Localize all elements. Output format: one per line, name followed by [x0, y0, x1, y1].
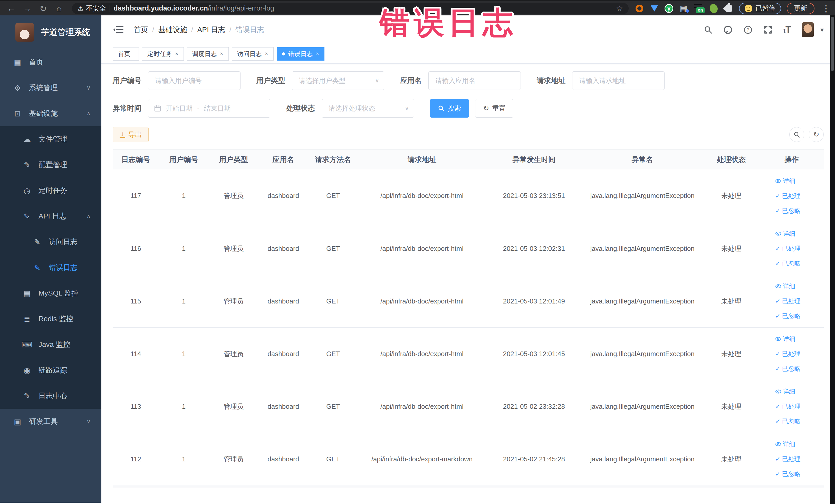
mark-ignored-link[interactable]: ✓ 已忽略 [775, 312, 800, 320]
sidebar-menu-item[interactable]: ◉ 链路追踪 [0, 357, 101, 383]
error-log-table: 日志编号 用户编号 用户类型 应用名 请求方法名 请求地址 异常发生时间 异常 [113, 149, 824, 488]
breadcrumb-item[interactable]: API 日志 [197, 25, 236, 35]
mark-processed-link[interactable]: ✓ 已处理 [775, 402, 800, 410]
browser-back-icon[interactable]: ← [5, 3, 18, 13]
reset-button[interactable]: ↻ 重置 [475, 99, 513, 118]
mark-ignored-link[interactable]: ✓ 已忽略 [775, 207, 800, 215]
scrollbar-thumb[interactable] [831, 17, 834, 71]
view-tab[interactable]: 调度日志 × [187, 47, 229, 61]
tab-close-icon[interactable]: × [220, 51, 223, 57]
menu-item-label: 研发工具 [29, 417, 58, 426]
sidebar-menu-item[interactable]: ✎ 错误日志 [0, 255, 101, 280]
tab-close-icon[interactable]: × [265, 51, 268, 57]
extension-y-icon[interactable]: y [665, 4, 673, 13]
cell-status: 未处理 [703, 455, 760, 464]
view-tab[interactable]: 定时任务 × [142, 47, 184, 61]
detail-link[interactable]: 详细 [775, 282, 795, 290]
browser-forward-icon[interactable]: → [21, 3, 34, 13]
app-logo [15, 23, 34, 42]
sidebar-menu-item[interactable]: ⌨ Java 监控 [0, 332, 101, 357]
cell-app-name: dashboard [259, 192, 308, 200]
cell-request-url: /api/infra/db-doc/export-html [358, 350, 486, 358]
tab-close-icon[interactable]: × [175, 51, 178, 57]
fullscreen-icon[interactable] [763, 25, 773, 35]
table-toolbar: ↓ 导出 ↻ [113, 127, 824, 142]
extensions-puzzle-icon[interactable] [724, 4, 733, 13]
toggle-search-button[interactable] [789, 127, 804, 142]
date-range-picker[interactable]: 开始日期 - 结束日期 [148, 99, 270, 118]
mark-ignored-link[interactable]: ✓ 已忽略 [775, 365, 800, 373]
detail-link[interactable]: 详细 [775, 440, 795, 448]
address-bar[interactable]: ⚠ 不安全 dashboard.yudao.iocoder.cn/infra/l… [72, 3, 629, 14]
github-icon[interactable] [724, 25, 733, 35]
mark-processed-link[interactable]: ✓ 已处理 [775, 244, 800, 253]
menu-item-label: Java 监控 [39, 340, 70, 349]
detail-link[interactable]: 详细 [775, 177, 795, 185]
browser-update-button[interactable]: 更新 [787, 3, 814, 14]
security-chip-label: 不安全 [86, 4, 106, 13]
search-button[interactable]: 搜索 [430, 99, 469, 118]
mark-processed-link[interactable]: ✓ 已处理 [775, 192, 800, 200]
sidebar-menu-item[interactable]: ◷ 定时任务 [0, 178, 101, 203]
mark-processed-link[interactable]: ✓ 已处理 [775, 350, 800, 358]
app-logo-row[interactable]: 芋道管理系统 [0, 15, 101, 49]
check-icon: ✓ [775, 207, 780, 215]
browser-menu-icon[interactable]: ⋮ [822, 3, 830, 14]
breadcrumb-item[interactable]: 错误日志 [236, 25, 264, 35]
text-size-icon[interactable]: tT [783, 24, 791, 35]
avatar-caret-icon[interactable]: ▾ [820, 26, 824, 34]
cell-method: GET [308, 455, 358, 463]
menu-item-icon: ▦ [12, 58, 23, 67]
detail-link[interactable]: 详细 [775, 387, 795, 396]
mark-processed-link[interactable]: ✓ 已处理 [775, 455, 800, 463]
sidebar-menu-item[interactable]: ≣ Redis 监控 [0, 306, 101, 332]
sidebar-menu-item[interactable]: ▦ 首页 [0, 49, 101, 75]
detail-link[interactable]: 详细 [775, 229, 795, 238]
view-tab[interactable]: 访问日志 × [232, 47, 273, 61]
row-actions: 详细 ✓ 已处理 ✓ 已忽略 [775, 177, 808, 215]
view-tab[interactable]: 错误日志 × [277, 47, 325, 61]
mark-ignored-link[interactable]: ✓ 已忽略 [775, 470, 800, 478]
sidebar-fold-icon[interactable] [113, 25, 123, 35]
user-avatar[interactable] [802, 22, 814, 37]
cell-app-name: dashboard [259, 403, 308, 410]
view-tab[interactable]: 首页 [113, 47, 139, 61]
cell-request-url: /api/infra/db-doc/export-html [358, 245, 486, 253]
extension-gem-icon[interactable] [650, 4, 659, 13]
filter-input[interactable] [572, 72, 665, 90]
security-chip[interactable]: ⚠ 不安全 [78, 4, 106, 13]
warning-icon: ⚠ [78, 4, 83, 12]
bookmark-star-icon[interactable]: ☆ [616, 4, 623, 13]
browser-home-icon[interactable]: ⌂ [53, 3, 66, 13]
sidebar-menu-item[interactable]: ✎ 日志中心 [0, 383, 101, 409]
status-select[interactable] [322, 99, 414, 118]
extension-grid-icon[interactable]: ▦◆ [679, 4, 688, 13]
filter-input[interactable] [292, 72, 384, 90]
paused-extension-pill[interactable]: 已暂停 [739, 3, 781, 14]
sidebar-menu-item[interactable]: ☁ 文件管理 [0, 126, 101, 152]
sidebar-menu-item[interactable]: ✎ 配置管理 [0, 152, 101, 178]
breadcrumb-item[interactable]: 基础设施 [158, 25, 197, 35]
detail-link[interactable]: 详细 [775, 335, 795, 343]
mark-ignored-link[interactable]: ✓ 已忽略 [775, 259, 800, 267]
sidebar-menu-item[interactable]: ▤ MySQL 监控 [0, 280, 101, 306]
extension-on-icon[interactable]: on [694, 4, 704, 13]
mark-processed-link[interactable]: ✓ 已处理 [775, 297, 800, 305]
sidebar-menu-item[interactable]: ▣ 研发工具 ∨ [0, 409, 101, 435]
filter-input[interactable] [428, 72, 521, 90]
export-button[interactable]: ↓ 导出 [113, 127, 149, 142]
extension-frog-icon[interactable] [709, 4, 718, 13]
browser-reload-icon[interactable]: ↻ [37, 3, 50, 14]
sidebar-menu-item[interactable]: ⚙ 系统管理 ∨ [0, 75, 101, 101]
mark-ignored-link[interactable]: ✓ 已忽略 [775, 417, 800, 425]
breadcrumb-item[interactable]: 首页 [134, 25, 158, 35]
sidebar-menu-item[interactable]: ✎ 访问日志 [0, 229, 101, 255]
help-icon[interactable]: ? [744, 25, 753, 35]
filter-input[interactable] [148, 72, 241, 90]
sidebar-menu-item[interactable]: ✎ API 日志 ∧ [0, 203, 101, 229]
search-icon[interactable] [704, 25, 713, 34]
sidebar-menu-item[interactable]: ⊡ 基础设施 ∧ [0, 101, 101, 126]
tab-close-icon[interactable]: × [316, 51, 319, 57]
extension-orange-icon[interactable] [635, 4, 644, 13]
refresh-table-button[interactable]: ↻ [809, 127, 824, 142]
